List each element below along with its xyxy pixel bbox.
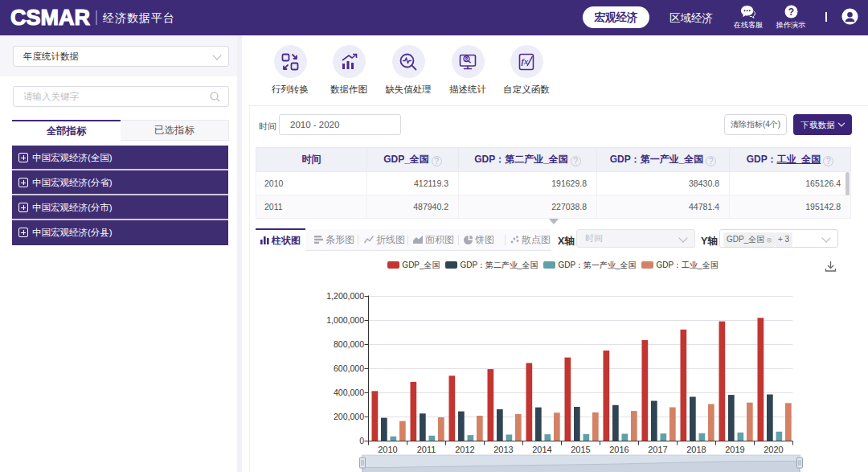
svg-text:2013: 2013 xyxy=(493,445,513,454)
svg-text:2012: 2012 xyxy=(455,445,474,454)
svg-text:1,000,000: 1,000,000 xyxy=(326,315,364,325)
svg-text:2016: 2016 xyxy=(609,445,628,454)
svg-text:0: 0 xyxy=(359,436,364,445)
svg-text:2018: 2018 xyxy=(686,445,706,454)
svg-text:2011: 2011 xyxy=(417,445,436,454)
svg-text:2019: 2019 xyxy=(725,445,744,454)
svg-text:2010: 2010 xyxy=(378,445,397,454)
svg-text:400,000: 400,000 xyxy=(334,388,364,397)
svg-text:2014: 2014 xyxy=(532,445,551,454)
svg-text:2020: 2020 xyxy=(764,445,783,454)
svg-text:2017: 2017 xyxy=(648,445,667,454)
svg-text:2015: 2015 xyxy=(571,445,590,454)
svg-text:?: ? xyxy=(788,6,793,18)
svg-text:200,000: 200,000 xyxy=(334,412,364,421)
svg-text:1,200,000: 1,200,000 xyxy=(326,291,364,301)
svg-text:fx: fx xyxy=(522,57,529,66)
svg-text:800,000: 800,000 xyxy=(334,339,364,349)
svg-text:600,000: 600,000 xyxy=(334,363,364,373)
